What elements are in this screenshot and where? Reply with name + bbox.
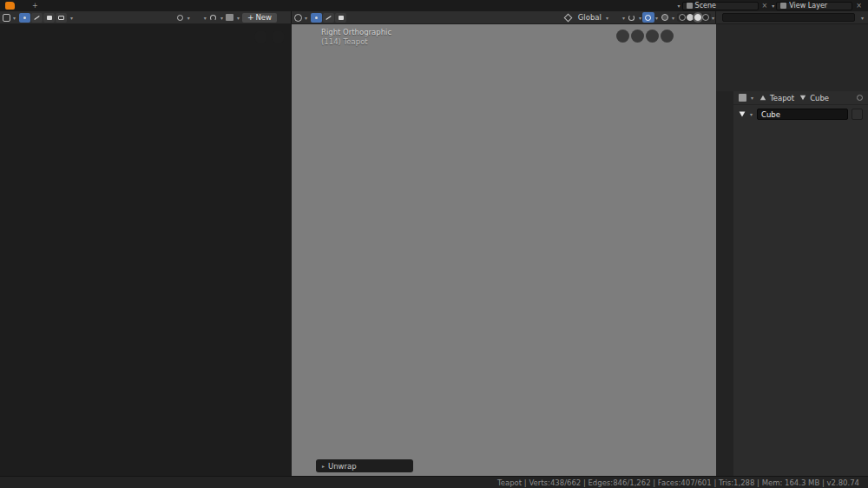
workspace-add-button[interactable]: + [28,2,43,10]
image-browse-icon[interactable] [224,12,236,23]
breadcrumb-data[interactable]: Cube [810,94,829,102]
fake-user-button[interactable] [852,109,863,120]
scene-name: Scene [695,2,716,10]
shading-material-button[interactable] [694,14,701,21]
mesh-select-mode [311,13,346,23]
shading-mode-group [677,13,711,22]
shading-solid-button[interactable] [687,14,694,21]
uv-select-mode [19,13,67,23]
image-new-button[interactable]: +New [242,13,277,23]
operator-expand-icon: ▸ [322,463,325,469]
topbar: + ▾ Scene × ▾ View Layer × [0,0,868,11]
scene-unlink-button[interactable]: × [760,2,771,10]
viewport-header: ▾ Global ▾ ▾ ▾ ▾ ▾ ▾ [292,11,716,24]
properties-tabs [716,91,733,476]
viewport-canvas[interactable]: Right Orthographic (114) Teapot ▸ Unwrap [292,24,716,476]
overlays-toggle-icon[interactable] [659,12,671,23]
mesh-name-field[interactable]: Cube [757,109,848,120]
image-browse-dropdown[interactable]: ▾ [236,15,240,21]
scene-selector[interactable]: Scene [682,2,759,10]
overlays-dropdown[interactable]: ▾ [671,15,675,21]
uv-select-face-button[interactable] [43,13,55,23]
pin-icon[interactable] [857,95,863,101]
gizmo-toggle-icon[interactable] [642,12,654,23]
properties-breadcrumb: ▾ Teapot Cube [733,91,868,105]
viewport-pan-button[interactable] [646,30,659,43]
orientation-value[interactable]: Global [575,13,605,22]
viewport-scene [292,24,716,476]
uv-editor-canvas[interactable] [0,24,292,476]
snap-magnet-icon[interactable] [609,12,621,23]
properties-editor: ▾ Teapot Cube ▾ Cube [716,91,868,476]
properties-context-dropdown[interactable]: ▾ [750,95,754,101]
shading-dropdown[interactable]: ▾ [711,15,715,21]
properties-context-icon[interactable] [739,94,746,102]
status-bar: Teapot | Verts:438/662 | Edges:846/1,262… [0,476,868,488]
editor-type-3d-icon[interactable] [292,12,304,23]
uv-zoom-button[interactable] [272,30,285,43]
view-label: Right Orthographic [321,28,391,37]
uv-select-vertex-button[interactable] [19,13,30,23]
scene-icon [687,3,693,9]
uv-sticky-select-dropdown[interactable]: ▾ [69,15,74,21]
viewlayer-browse-icon[interactable]: ▾ [771,3,775,9]
mesh-data-icon [740,112,746,117]
view-layer-name: View Layer [789,2,827,10]
uv-snap-magnet-icon[interactable] [191,12,203,23]
breadcrumb-data-icon [800,96,806,101]
operator-label: Unwrap [328,462,357,471]
scene-browse-icon[interactable]: ▾ [677,3,681,9]
mesh-data-browse-dropdown[interactable]: ▾ [749,111,753,117]
select-edge-button[interactable] [323,13,334,23]
operator-panel-unwrap[interactable]: ▸ Unwrap [316,459,413,472]
editor-type-dropdown[interactable]: ▾ [12,15,16,21]
editor-type-uv-icon[interactable] [0,12,12,23]
select-vertex-button[interactable] [311,13,322,23]
view-layer-remove-button[interactable]: × [853,2,865,10]
breadcrumb-object[interactable]: Teapot [770,94,794,102]
outliner-header: ▾ [716,11,868,24]
proportional-edit-icon[interactable] [626,12,638,23]
view-layer-selector[interactable]: View Layer [776,2,852,10]
viewport-camera-button[interactable] [631,30,644,43]
navigation-gizmo[interactable] [672,28,713,78]
breadcrumb-object-icon [760,96,766,101]
view-layer-icon [780,3,786,9]
uv-proportional-edit-icon[interactable] [207,12,220,23]
orientation-icon[interactable] [562,12,575,23]
blender-window: + ▾ Scene × ▾ View Layer × ▾ ▾ ▾ ▾ [0,0,868,488]
viewport-grid-button[interactable] [616,30,629,43]
uv-editor-header: ▾ ▾ ▾ ▾ ▾ ▾ +New [0,11,292,24]
mesh-name-value: Cube [761,110,780,119]
outliner [716,24,868,91]
uv-select-island-button[interactable] [56,13,67,23]
image-open-icon[interactable] [279,12,291,23]
select-face-button[interactable] [335,13,346,23]
outliner-filter-dropdown[interactable]: ▾ [860,15,865,21]
uv-mesh [0,24,292,476]
viewport-overlay-label: Right Orthographic (114) Teapot [321,28,391,47]
mode-dropdown[interactable]: ▾ [304,15,308,21]
uv-pivot-icon[interactable] [174,12,187,23]
shading-wireframe-button[interactable] [679,14,686,21]
outliner-search-input[interactable] [722,13,855,22]
uv-select-edge-button[interactable] [31,13,43,23]
data-name-row: ▾ Cube [733,105,868,122]
shading-rendered-button[interactable] [702,14,709,21]
active-object-label: (114) Teapot [321,37,391,47]
uv-pan-button[interactable] [254,30,267,43]
status-stats: Teapot | Verts:438/662 | Edges:846/1,262… [497,478,859,487]
blender-logo-icon[interactable] [5,2,15,10]
properties-main: ▾ Teapot Cube ▾ Cube [733,91,868,476]
